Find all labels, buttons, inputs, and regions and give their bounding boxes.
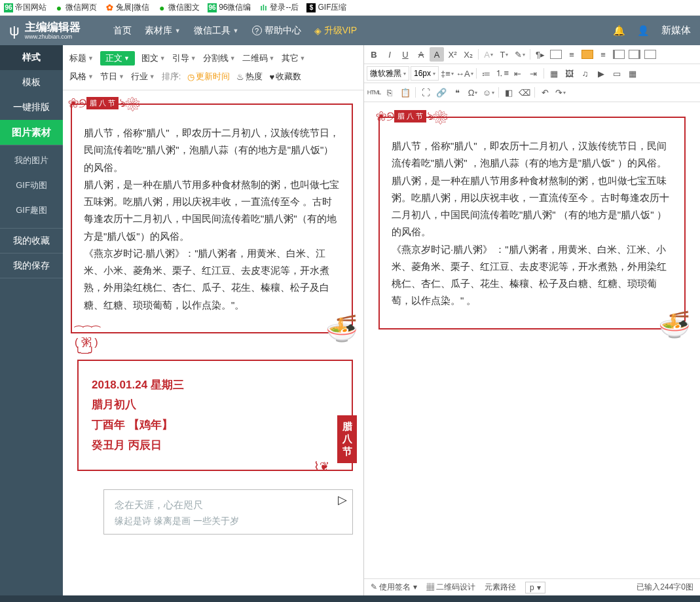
bookmark-item[interactable]: ●微信图文: [157, 2, 200, 13]
filter-guide[interactable]: 引导▼: [172, 52, 196, 64]
emoji-button[interactable]: ☺: [481, 85, 496, 100]
align-left[interactable]: ≡: [564, 47, 579, 62]
underline-button[interactable]: U: [398, 47, 413, 62]
sidebar-gifanim[interactable]: GIF动图: [0, 173, 63, 198]
signature-toggle[interactable]: ✎ 使用签名 ▾: [371, 582, 417, 593]
filter-other[interactable]: 其它▼: [282, 52, 306, 64]
textformat-button[interactable]: T: [497, 47, 511, 62]
editor-body[interactable]: ❀୭腊 八 节ঌ❀ 腊八节，俗称"腊八" ，即农历十二月初八，汉族传统节日，民间…: [364, 102, 700, 578]
filter-style[interactable]: 风格▼: [69, 71, 94, 83]
eraser-button[interactable]: ⌫: [517, 85, 532, 100]
editor-text[interactable]: 腊八粥，是一种在腊八节用多种食材熬制的粥，也叫做七宝五味粥。吃腊八粥，用以庆祝丰…: [392, 172, 672, 241]
bookmark-item[interactable]: ılı登录--后: [259, 2, 299, 13]
align-group[interactable]: [549, 47, 563, 62]
table-button[interactable]: ▦: [547, 66, 561, 81]
image-button[interactable]: 🖼: [562, 66, 577, 81]
sort-time[interactable]: ◷更新时间: [187, 71, 230, 83]
align-center[interactable]: [580, 47, 595, 62]
align-just2[interactable]: [627, 47, 642, 62]
indent-button[interactable]: ⇥: [526, 66, 541, 81]
filter-title[interactable]: 标题▼: [69, 52, 94, 64]
sidebar-save[interactable]: 我的保存: [0, 254, 63, 278]
symbol-button[interactable]: Ω: [466, 85, 480, 100]
lineheight-button[interactable]: ‡≡: [440, 66, 454, 81]
ul-button[interactable]: ≔: [479, 66, 494, 81]
align-just3[interactable]: [643, 47, 657, 62]
para-button[interactable]: ¶▸: [533, 47, 547, 62]
sidebar-giffun[interactable]: GIF趣图: [0, 198, 63, 223]
highlight-button[interactable]: A: [430, 47, 444, 62]
filter-imgtxt[interactable]: 图文▼: [141, 52, 166, 64]
sort-hot[interactable]: ♨热度: [236, 71, 263, 83]
html-button[interactable]: HTML: [367, 85, 381, 100]
more-button[interactable]: ▦: [625, 66, 640, 81]
site-icon: 96: [208, 3, 217, 12]
bookmark-item[interactable]: ✿兔展|微信: [105, 2, 149, 13]
path-select[interactable]: p▾: [525, 582, 545, 593]
font-select[interactable]: 微软雅黑: [367, 66, 409, 81]
clear-button[interactable]: ◧: [502, 85, 516, 100]
bell-icon[interactable]: 🔔: [613, 25, 625, 37]
ol-button[interactable]: ⒈≡: [495, 66, 509, 81]
site-icon: 96: [4, 3, 13, 12]
editor-content-laba[interactable]: ❀୭腊 八 节ঌ❀ 腊八节，俗称"腊八" ，即农历十二月初八，汉族传统节日，民间…: [378, 117, 686, 329]
status-bar: ✎ 使用签名 ▾ ▦ 二维码设计 元素路径 p▾ 已输入244字0图: [364, 578, 700, 595]
music-button[interactable]: ♫: [578, 66, 593, 81]
link-button[interactable]: 🔗: [434, 85, 449, 100]
qr-design[interactable]: ▦ 二维码设计: [426, 582, 475, 593]
video-button[interactable]: ▶: [594, 66, 608, 81]
bookmark-item[interactable]: ●微信网页: [54, 2, 97, 13]
material-card-laba[interactable]: ❀୭腊 八 节ঌ❀ 腊八节，俗称"腊八" ，即农历十二月初八，汉族传统节日，民间…: [71, 103, 353, 333]
sidebar-imgmat[interactable]: 图片素材: [0, 120, 63, 145]
sidebar-layout[interactable]: 一键排版: [0, 95, 63, 120]
sidebar-fav[interactable]: 我的收藏: [0, 229, 63, 254]
size-select[interactable]: 16px: [411, 66, 439, 81]
filter-divider[interactable]: 分割线▼: [203, 52, 236, 64]
filter-body[interactable]: 正文▼: [100, 51, 135, 66]
strike-button[interactable]: A: [414, 47, 428, 62]
nav-help[interactable]: ?帮助中心: [252, 25, 301, 37]
undo-button[interactable]: ↶: [538, 85, 552, 100]
filter-holiday[interactable]: 节日▼: [100, 71, 124, 83]
outdent-button[interactable]: ⇤: [511, 66, 525, 81]
sidebar-template[interactable]: 模板: [0, 70, 63, 95]
toolbar-row-2: 微软雅黑 16px ‡≡ ↔A ≔ ⒈≡ ⇤ ⇥ ▦ 🖼 ♫ ▶ ▭ ▦: [364, 64, 700, 83]
user-icon[interactable]: 👤: [637, 25, 650, 37]
sup-button[interactable]: X²: [445, 47, 460, 62]
nav-materials[interactable]: 素材库▼: [145, 25, 181, 37]
filter-qr[interactable]: 二维码▼: [242, 52, 275, 64]
spacing-button[interactable]: ↔A: [456, 66, 473, 81]
bookmark-item[interactable]: 96帝国网站: [4, 2, 46, 13]
bookmark-item[interactable]: $GIF压缩: [306, 2, 346, 13]
fontcolor-button[interactable]: A: [481, 47, 496, 62]
nav-home[interactable]: 首页: [113, 25, 132, 37]
sidebar-myimg[interactable]: 我的图片: [0, 148, 63, 173]
align-right[interactable]: ≡: [596, 47, 610, 62]
copy-button[interactable]: ⎘: [382, 85, 397, 100]
diamond-icon: ◈: [314, 26, 322, 36]
logo-icon: ψ: [9, 22, 20, 39]
material-card-date[interactable]: ⁀⁀⁀( 粥 )╰─╯ 2018.01.24 星期三 腊月初八 丁酉年 【鸡年】…: [77, 360, 353, 471]
redo-button[interactable]: ↷: [553, 85, 568, 100]
bgcolor-button[interactable]: ✎: [513, 47, 527, 62]
sort-fav[interactable]: ♥收藏数: [269, 71, 301, 83]
filter-industry[interactable]: 行业▼: [131, 71, 155, 83]
nav-wxtools[interactable]: 微信工具▼: [194, 25, 239, 37]
fullscreen-button[interactable]: ⛶: [418, 85, 433, 100]
sub-button[interactable]: X₂: [461, 47, 475, 62]
paste-button[interactable]: 📋: [398, 85, 413, 100]
bookmark-item[interactable]: 9696微信编: [208, 2, 251, 13]
editor-text[interactable]: 《燕京岁时记·腊八粥》 ："腊八粥者，用黄米、白米、江米、小米、菱角米、栗子、红…: [392, 241, 672, 310]
logo[interactable]: ψ 主编编辑器 www.zhubian.com: [9, 22, 81, 40]
quote-button[interactable]: ❝: [450, 85, 464, 100]
align-just1[interactable]: [612, 47, 626, 62]
nav-newmedia[interactable]: 新媒体: [661, 24, 691, 37]
material-scroll[interactable]: ❀୭腊 八 节ঌ❀ 腊八节，俗称"腊八" ，即农历十二月初八，汉族传统节日，民间…: [63, 90, 363, 595]
sidebar-style[interactable]: 样式: [0, 45, 63, 70]
material-card-poem[interactable]: ▷ 念在天涯，心在咫尺 缘起是诗 缘离是画 一些关于岁: [103, 489, 353, 535]
editor-text[interactable]: 腊八节，俗称"腊八" ，即农历十二月初八，汉族传统节日，民间流传着吃"腊八粥" …: [392, 138, 672, 172]
nav-vip[interactable]: ◈升级VIP: [314, 25, 358, 37]
bold-button[interactable]: B: [367, 47, 381, 62]
card-button[interactable]: ▭: [610, 66, 624, 81]
italic-button[interactable]: I: [382, 47, 397, 62]
